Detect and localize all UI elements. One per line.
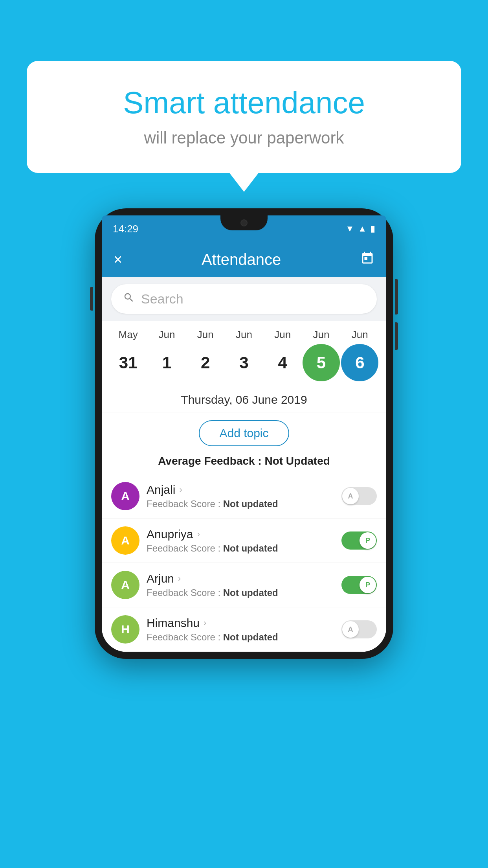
student-info-3: Himanshu › Feedback Score : Not updated [139,616,341,643]
search-bar[interactable]: Search [111,284,377,314]
speech-bubble: Smart attendance will replace your paper… [27,61,461,173]
student-name-0[interactable]: Anjali › [147,483,334,497]
student-item-2: A Arjun › Feedback Score : Not updated P [102,563,386,607]
student-item-1: A Anupriya › Feedback Score : Not update… [102,519,386,563]
cal-month-2: Jun [187,329,224,341]
cal-date-0[interactable]: 31 [110,344,147,381]
avg-feedback-label: Average Feedback : [158,455,262,467]
attendance-toggle-2[interactable]: P [341,576,377,594]
status-icons: ▼ ▲ ▮ [345,224,375,234]
student-feedback-0: Feedback Score : Not updated [147,498,334,509]
cal-month-1: Jun [148,329,185,341]
add-topic-button[interactable]: Add topic [199,420,289,446]
student-list: A Anjali › Feedback Score : Not updated … [102,474,386,652]
search-icon [123,292,135,306]
student-feedback-1: Feedback Score : Not updated [147,543,334,554]
attendance-toggle-wrapper-1[interactable]: P [341,531,377,550]
close-button[interactable]: × [114,251,122,268]
attendance-toggle-wrapper-0[interactable]: A [341,487,377,505]
average-feedback: Average Feedback : Not Updated [102,452,386,474]
cal-date-6[interactable]: 6 [341,344,378,381]
bubble-title: Smart attendance [46,85,442,121]
attendance-toggle-1[interactable]: P [341,531,377,550]
student-feedback-2: Feedback Score : Not updated [147,587,334,598]
signal-icon: ▲ [358,224,367,234]
student-name-1[interactable]: Anupriya › [147,528,334,541]
cal-date-4[interactable]: 4 [264,344,301,381]
chevron-icon-2: › [178,574,181,584]
app-header: × Attendance [102,242,386,277]
student-avatar-0: A [111,482,139,510]
cal-date-2[interactable]: 2 [187,344,224,381]
attendance-toggle-0[interactable]: A [341,487,377,505]
student-name-3[interactable]: Himanshu › [147,616,334,630]
student-avatar-1: A [111,526,139,555]
add-topic-container: Add topic [102,412,386,452]
side-button-right-2 [395,322,398,350]
cal-month-0: May [110,329,147,341]
student-info-0: Anjali › Feedback Score : Not updated [139,483,341,509]
calendar-months-row: MayJunJunJunJunJunJun [106,329,382,341]
student-item-3: H Himanshu › Feedback Score : Not update… [102,607,386,652]
status-bar: 14:29 ▼ ▲ ▮ [102,215,386,242]
student-feedback-3: Feedback Score : Not updated [147,632,334,643]
speech-bubble-container: Smart attendance will replace your paper… [27,61,461,173]
student-avatar-2: A [111,571,139,599]
battery-icon: ▮ [371,224,375,234]
calendar-icon[interactable] [360,251,374,268]
attendance-toggle-wrapper-3[interactable]: A [341,620,377,638]
toggle-thumb-2: P [360,577,376,593]
cal-month-5: Jun [303,329,340,341]
cal-month-4: Jun [264,329,301,341]
notch [220,215,268,230]
side-button-right-1 [395,279,398,314]
phone-screen: × Attendance Search [102,242,386,652]
calendar-dates-row: 31123456 [106,344,382,381]
chevron-icon-0: › [179,485,182,495]
cal-month-6: Jun [341,329,378,341]
search-input-placeholder: Search [141,291,183,307]
avg-feedback-value: Not Updated [264,455,330,467]
camera-dot [240,219,248,226]
calendar-strip: MayJunJunJunJunJunJun 31123456 [102,321,386,385]
bubble-subtitle: will replace your paperwork [46,129,442,147]
chevron-icon-1: › [197,529,200,539]
cal-date-1[interactable]: 1 [148,344,185,381]
toggle-thumb-0: A [342,488,359,504]
student-avatar-3: H [111,615,139,644]
toggle-thumb-3: A [342,621,359,638]
phone-wrapper: 14:29 ▼ ▲ ▮ × Attendance [95,208,393,659]
chevron-icon-3: › [204,618,206,628]
student-name-2[interactable]: Arjun › [147,572,334,585]
status-time: 14:29 [113,223,138,235]
attendance-toggle-3[interactable]: A [341,620,377,638]
wifi-icon: ▼ [345,224,354,234]
student-info-2: Arjun › Feedback Score : Not updated [139,572,341,598]
attendance-toggle-wrapper-2[interactable]: P [341,576,377,594]
side-button-left [90,287,93,311]
selected-date-display: Thursday, 06 June 2019 [102,385,386,412]
cal-date-5[interactable]: 5 [303,344,340,381]
search-container: Search [102,277,386,321]
student-item-0: A Anjali › Feedback Score : Not updated … [102,474,386,519]
student-info-1: Anupriya › Feedback Score : Not updated [139,528,341,554]
cal-date-3[interactable]: 3 [225,344,262,381]
toggle-thumb-1: P [360,532,376,549]
phone-frame: 14:29 ▼ ▲ ▮ × Attendance [95,208,393,659]
header-title: Attendance [202,251,281,268]
cal-month-3: Jun [225,329,262,341]
